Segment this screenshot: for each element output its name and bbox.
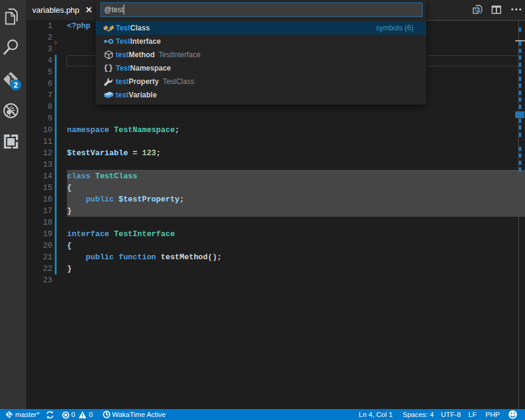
svg-text:2: 2 xyxy=(13,81,18,89)
